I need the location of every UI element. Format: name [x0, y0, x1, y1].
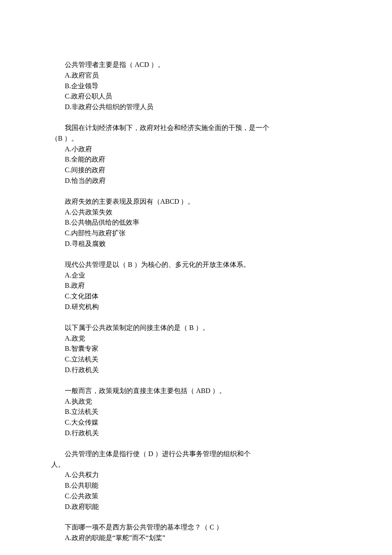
question-option: D.行政机关: [51, 365, 341, 376]
question-option: B.公共物品供给的低效率: [51, 217, 341, 228]
question-stem: 一般而言，政策规划的直接主体主要包括（ ABD ）。: [51, 386, 341, 396]
question-stem: 人。: [51, 460, 341, 470]
question-stem: 下面哪一项不是西方新公共管理的基本理念？（ C ）: [51, 522, 341, 533]
question-option: A.公共政策失效: [51, 207, 341, 218]
question-block: 政府失效的主要表现及原因有（ABCD ）。A.公共政策失效B.公共物品供给的低效…: [51, 197, 341, 249]
question-option: A.执政党: [51, 396, 341, 407]
question-option: C.政府公职人员: [51, 91, 341, 102]
question-option: A.政党: [51, 333, 341, 344]
question-stem: 公共管理的主体是指行使（ D ）进行公共事务管理的组织和个: [51, 449, 341, 460]
question-option: B.全能的政府: [51, 154, 341, 165]
question-block: 以下属于公共政策制定的间接主体的是（ B ）。A.政党B.智囊专家C.立法机关D…: [51, 323, 341, 376]
question-option: A.政府官员: [51, 70, 341, 81]
question-option: A.小政府: [51, 144, 341, 155]
question-option: B.政府: [51, 280, 341, 291]
question-stem: 现代公共管理是以（ B ）为核心的、多元化的开放主体体系。: [51, 260, 341, 270]
question-option: D.恰当的政府: [51, 176, 341, 186]
question-block: 下面哪一项不是西方新公共管理的基本理念？（ C ）A.政府的职能是“掌舵”而不“…: [51, 522, 341, 543]
question-option: B.立法机关: [51, 407, 341, 417]
question-option: C.文化团体: [51, 291, 341, 302]
question-block: 我国在计划经济体制下，政府对社会和经济实施全面的干预，是一个（B ）。A.小政府…: [51, 123, 341, 186]
question-option: B.企业领导: [51, 81, 341, 92]
question-block: 现代公共管理是以（ B ）为核心的、多元化的开放主体体系。A.企业B.政府C.文…: [51, 260, 341, 312]
question-option: C.大众传媒: [51, 417, 341, 428]
question-stem: 公共管理者主要是指（ ACD ）。: [51, 60, 341, 70]
question-option: B.公共职能: [51, 480, 341, 491]
question-option: A.企业: [51, 270, 341, 281]
question-block: 一般而言，政策规划的直接主体主要包括（ ABD ）。A.执政党B.立法机关C.大…: [51, 386, 341, 439]
question-stem: 以下属于公共政策制定的间接主体的是（ B ）。: [51, 323, 341, 333]
question-option: C.内部性与政府扩张: [51, 228, 341, 239]
question-option: C.立法机关: [51, 354, 341, 365]
question-option: D.寻租及腐败: [51, 239, 341, 249]
question-option: D.政府职能: [51, 502, 341, 512]
question-option: C.公共政策: [51, 491, 341, 502]
question-block: 公共管理的主体是指行使（ D ）进行公共事务管理的组织和个人。A.公共权力B.公…: [51, 449, 341, 512]
question-option: B.智囊专家: [51, 344, 341, 354]
question-block: 公共管理者主要是指（ ACD ）。A.政府官员B.企业领导C.政府公职人员D.非…: [51, 60, 341, 113]
question-option: D.行政机关: [51, 428, 341, 439]
question-stem: 政府失效的主要表现及原因有（ABCD ）。: [51, 197, 341, 207]
question-stem: （B ）。: [51, 133, 341, 144]
question-stem: 我国在计划经济体制下，政府对社会和经济实施全面的干预，是一个: [51, 123, 341, 133]
question-option: D.研究机构: [51, 302, 341, 312]
question-option: A.政府的职能是“掌舵”而不“划桨”: [51, 533, 341, 543]
question-option: A.公共权力: [51, 470, 341, 480]
question-option: C.间接的政府: [51, 165, 341, 176]
document-content: 公共管理者主要是指（ ACD ）。A.政府官员B.企业领导C.政府公职人员D.非…: [51, 60, 341, 543]
question-option: D.非政府公共组织的管理人员: [51, 102, 341, 113]
